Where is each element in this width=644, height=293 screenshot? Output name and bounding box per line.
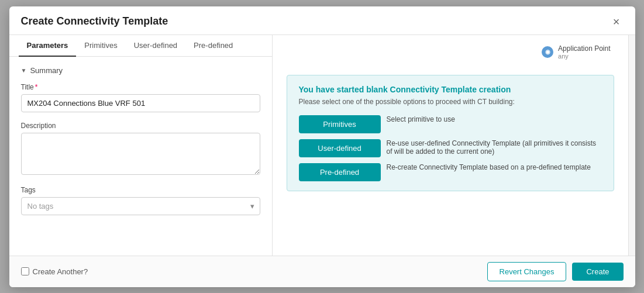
pre-defined-description: Re-create Connectivity Template based on…: [387, 163, 602, 171]
tags-placeholder: No tags: [27, 202, 54, 211]
tags-select[interactable]: No tags: [21, 197, 260, 215]
create-button[interactable]: Create: [572, 263, 623, 281]
tab-user-defined[interactable]: User-defined: [126, 35, 185, 57]
create-another-group: Create Another?: [21, 267, 88, 276]
summary-label: Summary: [30, 66, 63, 75]
collapse-arrow-icon[interactable]: ▼: [21, 67, 27, 74]
tab-primitives[interactable]: Primitives: [76, 35, 125, 57]
description-textarea[interactable]: [21, 133, 260, 175]
required-star: *: [35, 83, 38, 91]
tab-parameters[interactable]: Parameters: [19, 35, 77, 57]
modal-title: Create Connectivity Template: [21, 15, 168, 27]
title-field-group: Title*: [21, 83, 260, 112]
modal-overlay: Create Connectivity Template × Parameter…: [0, 0, 644, 293]
modal-header: Create Connectivity Template ×: [9, 6, 635, 35]
create-another-label: Create Another?: [33, 267, 88, 276]
description-label: Description: [21, 122, 260, 130]
description-field-group: Description: [21, 122, 260, 177]
info-box-title: You have started blank Connectivity Temp…: [299, 85, 602, 94]
info-box-subtitle: Please select one of the possible option…: [299, 98, 602, 106]
create-another-checkbox[interactable]: [21, 267, 29, 275]
tags-field-group: Tags No tags: [21, 186, 260, 215]
left-panel: Parameters Primitives User-defined Pre-d…: [9, 35, 273, 256]
user-defined-button[interactable]: User-defined: [299, 139, 381, 157]
app-point-icon: ◉: [542, 46, 553, 58]
close-button[interactable]: ×: [609, 15, 624, 29]
info-box: You have started blank Connectivity Temp…: [287, 75, 614, 191]
user-defined-description: Re-use user-defined Connectivity Templat…: [387, 139, 602, 156]
modal-footer: Create Another? Revert Changes Create: [9, 256, 635, 287]
revert-changes-button[interactable]: Revert Changes: [487, 262, 567, 281]
summary-header: ▼ Summary: [21, 66, 260, 75]
app-point-info: Application Point any: [558, 44, 610, 60]
right-panel: ◉ Application Point any You have started…: [273, 35, 628, 256]
tab-pre-defined[interactable]: Pre-defined: [185, 35, 241, 57]
application-point: ◉ Application Point any: [542, 44, 610, 60]
summary-section: ▼ Summary Title* Description: [21, 66, 260, 215]
title-input[interactable]: [21, 94, 260, 112]
scrollbar[interactable]: [628, 35, 635, 256]
pre-defined-button[interactable]: Pre-defined: [299, 163, 381, 181]
tags-wrapper: No tags: [21, 197, 260, 215]
modal-body: Parameters Primitives User-defined Pre-d…: [9, 35, 635, 256]
params-content: ▼ Summary Title* Description: [9, 57, 272, 256]
title-label: Title*: [21, 83, 260, 91]
modal: Create Connectivity Template × Parameter…: [9, 6, 635, 287]
app-point-label: Application Point: [558, 44, 610, 53]
tags-label: Tags: [21, 186, 260, 194]
tabs-bar: Parameters Primitives User-defined Pre-d…: [9, 35, 272, 57]
options-grid: Primitives Select primitive to use User-…: [299, 115, 602, 181]
primitives-button[interactable]: Primitives: [299, 115, 381, 133]
primitives-description: Select primitive to use: [387, 115, 602, 123]
app-point-value: any: [558, 53, 610, 60]
